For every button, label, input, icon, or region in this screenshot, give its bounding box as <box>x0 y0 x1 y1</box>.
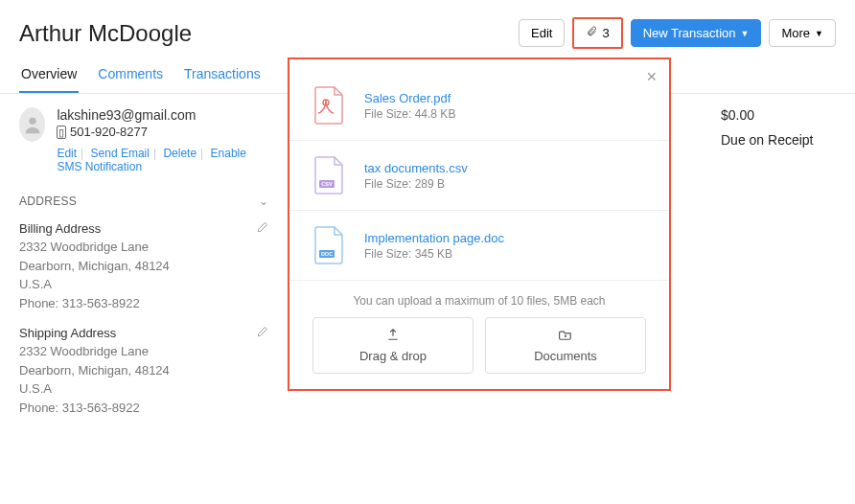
shipping-address-label: Shipping Address <box>19 326 268 340</box>
pdf-icon <box>312 84 347 126</box>
profile-links: Edit| Send Email| Delete| Enable SMS Not… <box>57 147 268 173</box>
attachment-size: File Size: 289 B <box>364 177 468 191</box>
doc-icon: DOC <box>312 224 347 266</box>
attachment-row: DOC Implementation page.doc File Size: 3… <box>289 211 669 281</box>
attachment-name[interactable]: Sales Order.pdf <box>364 91 455 105</box>
profile-edit-link[interactable]: Edit <box>57 147 77 160</box>
shipping-phone: Phone: 313-563-8922 <box>19 399 268 418</box>
address-header-label: ADDRESS <box>19 195 77 208</box>
shipping-line1: 2332 Woodbridge Lane <box>19 342 268 361</box>
chevron-down-icon: ⌄ <box>259 195 268 208</box>
period-value: Due on Receipt <box>721 132 836 148</box>
edit-shipping-icon[interactable] <box>257 326 268 340</box>
profile-enable-sms-link[interactable]: Enable SMS Notification <box>57 147 246 173</box>
attachment-size: File Size: 44.8 KB <box>364 107 455 121</box>
tab-overview[interactable]: Overview <box>19 58 79 93</box>
shipping-line2: Dearborn, Michigan, 48124 <box>19 361 268 380</box>
new-transaction-label: New Transaction <box>643 26 736 40</box>
header-actions: Edit 3 New Transaction ▼ More ▼ <box>519 17 836 49</box>
attachment-row: CSV tax documents.csv File Size: 289 B <box>289 141 669 211</box>
phone-icon: ▯ <box>57 126 66 139</box>
attachment-name[interactable]: Implementation page.doc <box>364 231 504 245</box>
profile-send-email-link[interactable]: Send Email <box>91 147 150 160</box>
upload-hint: You can upload a maximum of 10 files, 5M… <box>289 294 669 308</box>
close-icon[interactable]: ✕ <box>646 69 658 84</box>
edit-billing-icon[interactable] <box>257 221 268 236</box>
profile-delete-link[interactable]: Delete <box>163 147 196 160</box>
address-section-header[interactable]: ADDRESS ⌄ <box>19 195 268 208</box>
more-label: More <box>781 26 810 40</box>
folder-icon <box>496 328 635 345</box>
more-button[interactable]: More ▼ <box>769 19 836 47</box>
billing-phone: Phone: 313-563-8922 <box>19 294 268 313</box>
attachments-button[interactable]: 3 <box>572 17 622 49</box>
page-title: Arthur McDoogle <box>19 20 192 47</box>
edit-button[interactable]: Edit <box>519 19 565 47</box>
attachments-popover: ✕ Sales Order.pdf File Size: 44.8 KB CSV… <box>288 57 671 391</box>
paperclip-icon <box>586 25 597 41</box>
documents-label: Documents <box>534 349 597 363</box>
billing-line3: U.S.A <box>19 275 268 294</box>
chevron-down-icon: ▼ <box>741 29 750 38</box>
new-transaction-button[interactable]: New Transaction ▼ <box>631 19 762 47</box>
csv-icon: CSV <box>312 154 347 196</box>
billing-line1: 2332 Woodbridge Lane <box>19 238 268 257</box>
chevron-down-icon: ▼ <box>815 29 823 38</box>
attachments-count: 3 <box>602 26 609 40</box>
drag-drop-button[interactable]: Drag & drop <box>312 317 474 374</box>
tab-comments[interactable]: Comments <box>96 58 165 93</box>
billing-line2: Dearborn, Michigan, 48124 <box>19 257 268 276</box>
attachment-size: File Size: 345 KB <box>364 247 504 261</box>
profile-phone: ▯ 501-920-8277 <box>57 125 268 139</box>
documents-button[interactable]: Documents <box>485 317 646 374</box>
svg-text:DOC: DOC <box>321 251 333 257</box>
tab-transactions[interactable]: Transactions <box>182 58 263 93</box>
profile-email: lakshine93@gmail.com <box>57 107 268 123</box>
credits-value: $0.00 <box>721 107 836 123</box>
svg-point-0 <box>29 118 35 125</box>
upload-icon <box>323 328 463 345</box>
svg-text:CSV: CSV <box>321 181 333 187</box>
shipping-line3: U.S.A <box>19 379 268 399</box>
attachment-name[interactable]: tax documents.csv <box>364 161 468 175</box>
drag-drop-label: Drag & drop <box>359 349 427 363</box>
billing-address-label: Billing Address <box>19 221 268 236</box>
attachment-row: Sales Order.pdf File Size: 44.8 KB <box>289 71 669 141</box>
avatar <box>19 107 45 142</box>
